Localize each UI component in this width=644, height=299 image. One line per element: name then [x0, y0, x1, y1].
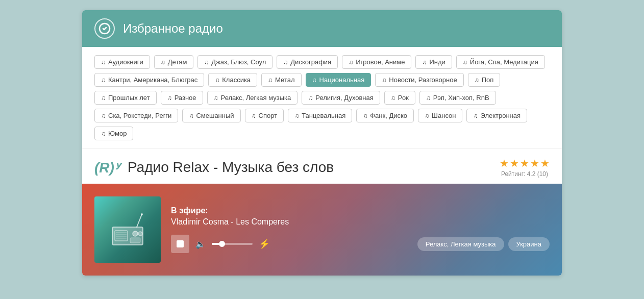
- station-name: Радио Relax - Музыка без слов: [128, 159, 334, 176]
- music-note-icon: ♫: [252, 112, 256, 119]
- tag-item-26[interactable]: ♫Юмор: [94, 127, 133, 140]
- tag-label: Детям: [168, 58, 187, 66]
- tag-item-18[interactable]: ♫Рэп, Хип-хоп, RnB: [419, 91, 496, 105]
- music-note-icon: ♫: [204, 59, 209, 66]
- star-5: ★: [540, 157, 550, 169]
- volume-slider[interactable]: [212, 243, 253, 245]
- player-info: В эфире: Vladimir Cosma - Les Comperes 🔈…: [171, 206, 550, 253]
- tag-label: Метал: [275, 76, 294, 84]
- svg-line-9: [137, 214, 142, 227]
- controls-row: 🔈 ⚡ Релакс, Легкая музыка Украина: [171, 235, 550, 253]
- star-3: ★: [520, 157, 529, 169]
- music-note-icon: ♫: [283, 59, 288, 66]
- music-note-icon: ♫: [312, 77, 317, 84]
- tag-label: Юмор: [108, 130, 127, 137]
- music-note-icon: ♫: [363, 112, 367, 119]
- tag-item-15[interactable]: ♫Релакс, Легкая музыка: [207, 91, 298, 105]
- music-note-icon: ♫: [473, 112, 478, 119]
- tag-label: Классика: [222, 76, 251, 84]
- flash-icon: ⚡: [259, 238, 270, 250]
- tag-item-22[interactable]: ♫Танцевальная: [288, 109, 352, 122]
- album-art: [94, 196, 161, 263]
- music-note-icon: ♫: [349, 59, 353, 66]
- music-note-icon: ♫: [475, 77, 479, 84]
- tag-item-24[interactable]: ♫Шансон: [418, 109, 462, 122]
- tag-item-19[interactable]: ♫Ска, Рокстеди, Регги: [94, 109, 178, 122]
- on-air-label: В эфире:: [171, 206, 550, 215]
- music-note-icon: ♫: [268, 77, 273, 84]
- music-note-icon: ♫: [167, 94, 172, 102]
- star-2: ★: [510, 157, 519, 169]
- tag-item-0[interactable]: ♫Аудиокниги: [94, 55, 150, 69]
- star-1: ★: [500, 157, 509, 169]
- tag-item-6[interactable]: ♫Йога, Спа, Медитация: [456, 55, 545, 69]
- main-container: Избранное радио ♫Аудиокниги♫Детям♫Джаз, …: [82, 10, 562, 276]
- tag-item-11[interactable]: ♫Новости, Разговорное: [375, 73, 463, 87]
- tag-label: Прошлых лет: [108, 94, 150, 102]
- music-note-icon: ♫: [308, 94, 313, 102]
- stars: ★ ★ ★ ★ ★: [500, 157, 550, 169]
- music-note-icon: ♫: [101, 77, 106, 84]
- svg-point-7: [133, 231, 138, 236]
- tag-label: Инди: [429, 58, 445, 66]
- player-tags: Релакс, Легкая музыка Украина: [417, 237, 550, 251]
- tag-label: Джаз, Блюз, Соул: [211, 58, 266, 66]
- volume-icon: 🔈: [195, 239, 206, 249]
- tag-label: Смешанный: [196, 112, 234, 119]
- tag-item-4[interactable]: ♫Игровое, Аниме: [342, 55, 411, 69]
- rating-block: ★ ★ ★ ★ ★ Рейтинг: 4.2 (10): [500, 157, 550, 178]
- tag-item-2[interactable]: ♫Джаз, Блюз, Соул: [197, 55, 273, 69]
- station-section: (R)ʸ Радио Relax - Музыка без слов ★ ★ ★…: [82, 148, 562, 184]
- tag-label: Фанк, Диско: [370, 112, 407, 119]
- tag-label: Религия, Духовная: [315, 94, 374, 102]
- header-bar: Избранное радио: [82, 10, 562, 47]
- music-note-icon: ♫: [101, 94, 106, 102]
- tag-label: Танцевальная: [302, 112, 345, 119]
- tag-label: Рэп, Хип-хоп, RnB: [433, 94, 489, 102]
- tag-item-25[interactable]: ♫Электронная: [466, 109, 527, 122]
- tag-label: Поп: [482, 76, 494, 84]
- player-section: В эфире: Vladimir Cosma - Les Comperes 🔈…: [82, 184, 562, 276]
- svg-point-10: [141, 213, 143, 215]
- header-title: Избранное радио: [123, 21, 223, 36]
- stop-icon: [177, 240, 184, 247]
- tag-item-5[interactable]: ♫Инди: [415, 55, 452, 69]
- tag-label: Аудиокниги: [108, 58, 143, 66]
- tag-label: Рок: [398, 94, 409, 102]
- music-note-icon: ♫: [391, 94, 395, 102]
- stop-button[interactable]: [171, 235, 189, 253]
- tag-item-9[interactable]: ♫Метал: [261, 73, 301, 87]
- tag-item-7[interactable]: ♫Кантри, Американа, Блюграс: [94, 73, 204, 87]
- tag-item-1[interactable]: ♫Детям: [154, 55, 194, 69]
- tag-label: Игровое, Аниме: [356, 58, 405, 66]
- tag-label: Йога, Спа, Медитация: [470, 58, 538, 66]
- music-note-icon: ♫: [189, 112, 193, 119]
- tag-item-14[interactable]: ♫Разное: [161, 91, 203, 105]
- tag-item-20[interactable]: ♫Смешанный: [182, 109, 240, 122]
- star-4: ★: [530, 157, 539, 169]
- music-note-icon: ♫: [101, 59, 106, 66]
- tag-item-13[interactable]: ♫Прошлых лет: [94, 91, 157, 105]
- tag-item-3[interactable]: ♫Дискография: [277, 55, 338, 69]
- tag-item-10[interactable]: ♫Национальная: [306, 73, 371, 87]
- tag-item-16[interactable]: ♫Религия, Духовная: [302, 91, 380, 105]
- tag-item-8[interactable]: ♫Классика: [208, 73, 257, 87]
- tag-label: Ска, Рокстеди, Регги: [108, 112, 171, 119]
- tag-label: Разное: [175, 94, 196, 102]
- tag-item-21[interactable]: ♫Спорт: [245, 109, 284, 122]
- music-note-icon: ♫: [425, 112, 429, 119]
- player-tag-genre[interactable]: Релакс, Легкая музыка: [417, 237, 504, 251]
- music-note-icon: ♫: [382, 77, 386, 84]
- volume-thumb: [219, 241, 225, 247]
- music-note-icon: ♫: [214, 94, 218, 102]
- music-note-icon: ♫: [101, 130, 106, 137]
- header-icon: [94, 18, 115, 39]
- track-name: Vladimir Cosma - Les Comperes: [171, 217, 550, 227]
- tag-label: Кантри, Американа, Блюграс: [108, 76, 197, 84]
- rating-text: Рейтинг: 4.2 (10): [501, 170, 548, 178]
- tag-item-17[interactable]: ♫Рок: [384, 91, 415, 105]
- tags-section: ♫Аудиокниги♫Детям♫Джаз, Блюз, Соул♫Диско…: [82, 47, 562, 148]
- tag-item-12[interactable]: ♫Поп: [468, 73, 501, 87]
- tag-item-23[interactable]: ♫Фанк, Диско: [356, 109, 414, 122]
- player-tag-country[interactable]: Украина: [508, 237, 550, 251]
